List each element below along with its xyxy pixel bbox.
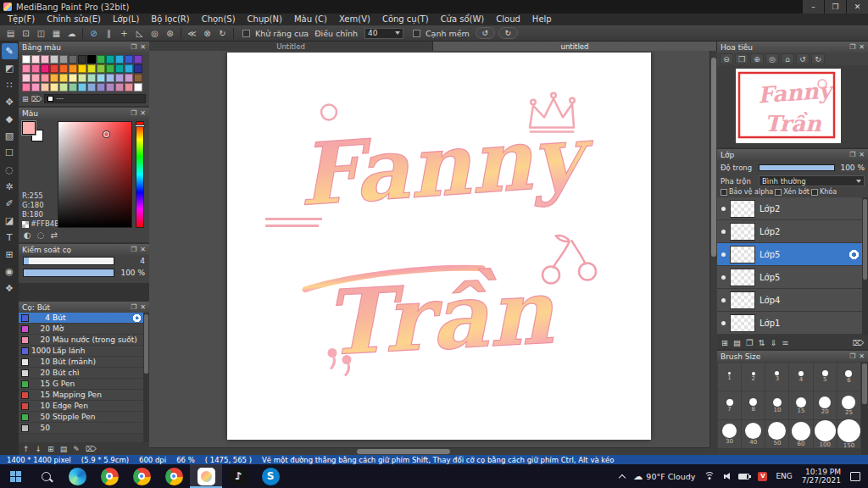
palette-swatch[interactable]: [97, 55, 105, 64]
close-icon[interactable]: ✕: [140, 42, 146, 53]
snap-cross-icon[interactable]: +: [117, 27, 131, 40]
chrome-taskbar-icon[interactable]: [158, 464, 190, 488]
popout-icon[interactable]: ❐: [849, 42, 855, 53]
network-tray-icon[interactable]: [699, 464, 720, 488]
menu-item[interactable]: Help: [526, 14, 558, 25]
divide-tool[interactable]: ⊞: [2, 247, 18, 263]
tiktok-taskbar-icon[interactable]: ♪: [222, 464, 254, 488]
open-file-icon[interactable]: ⊡: [19, 27, 33, 40]
start-button[interactable]: [0, 464, 31, 488]
antialias-checkbox[interactable]: [242, 30, 250, 37]
palette-swatch[interactable]: [125, 83, 133, 92]
brush-size-option[interactable]: 4: [789, 363, 812, 391]
select-pen-tool[interactable]: ✐: [2, 196, 18, 212]
brush-settings-icon[interactable]: [132, 313, 142, 323]
popout-icon[interactable]: ❐: [131, 244, 136, 255]
popout-icon[interactable]: ❐: [131, 302, 136, 313]
fill-tool[interactable]: ◆: [2, 111, 18, 127]
layer-row[interactable]: Lớp2: [717, 197, 868, 220]
palette-swatch[interactable]: [31, 55, 40, 64]
medibang-taskbar-icon[interactable]: [190, 464, 222, 488]
palette-swatch[interactable]: [59, 83, 68, 92]
brush-size-slider[interactable]: [23, 257, 114, 265]
color-picker-marker[interactable]: [103, 131, 109, 137]
move-tool[interactable]: ✥: [2, 94, 18, 110]
brush-size-option[interactable]: 30: [718, 420, 741, 448]
gradient-tool[interactable]: ▧: [2, 128, 18, 144]
delete-layer-icon[interactable]: ⌦: [853, 338, 864, 347]
action-center-button[interactable]: [846, 464, 865, 488]
search-button[interactable]: [31, 464, 61, 488]
move-down-icon[interactable]: ↓: [36, 445, 42, 453]
brush-size-option[interactable]: 10: [765, 391, 788, 419]
snap-concentric-icon[interactable]: ◎: [147, 27, 162, 40]
palette-swatch[interactable]: [115, 64, 124, 73]
shrink-icon[interactable]: ≪: [185, 27, 199, 40]
close-icon[interactable]: ✕: [859, 351, 865, 362]
minimize-button[interactable]: –: [803, 0, 824, 14]
edit-brush-icon[interactable]: ✎: [73, 445, 80, 453]
hue-marker[interactable]: [135, 125, 145, 127]
menu-item[interactable]: Công cụ(T): [376, 14, 435, 25]
layer-visibility-icon[interactable]: [717, 252, 730, 257]
palette-swatch[interactable]: [78, 83, 86, 92]
brush-size-option[interactable]: 15: [789, 391, 812, 419]
layer-visibility-icon[interactable]: [717, 230, 730, 234]
layer-opacity-slider[interactable]: [759, 164, 835, 171]
palette-swatch[interactable]: [97, 74, 105, 82]
add-brush-icon[interactable]: ⊞: [47, 445, 54, 453]
scrollbar-thumb[interactable]: [357, 449, 450, 454]
layer-visibility-icon[interactable]: [717, 298, 730, 302]
palette-swatch[interactable]: [50, 55, 58, 64]
color-swatches[interactable]: [22, 121, 47, 145]
menu-item[interactable]: Chụp(N): [242, 14, 288, 25]
palette-swatch[interactable]: [134, 55, 142, 64]
palette-swatch[interactable]: [50, 64, 58, 73]
volume-tray-icon[interactable]: [720, 464, 734, 488]
magic-wand-tool[interactable]: ✲: [2, 179, 18, 195]
layer-row[interactable]: Lớp2: [717, 220, 868, 243]
popout-icon[interactable]: ❐: [849, 149, 855, 160]
brush-list-item[interactable]: 20 Màu nước (trong suốt): [19, 335, 149, 346]
redo-button[interactable]: ↻: [498, 27, 518, 39]
palette-swatch[interactable]: [41, 55, 49, 64]
zoom-fit-icon[interactable]: ❒: [735, 53, 748, 64]
text-tool[interactable]: T: [2, 230, 18, 246]
layer-menu-icon[interactable]: ≡: [782, 338, 788, 347]
palette-swatch[interactable]: [22, 83, 31, 92]
palette-swatch[interactable]: [31, 83, 40, 92]
protect-alpha-checkbox[interactable]: [721, 189, 727, 196]
clip-checkbox[interactable]: [775, 189, 782, 196]
snap-vanishing-icon[interactable]: ◺: [132, 27, 147, 40]
skype-taskbar-icon[interactable]: S: [254, 464, 287, 488]
brush-size-option[interactable]: 7: [718, 391, 741, 419]
palette-swatch[interactable]: [125, 55, 133, 64]
snap-off-icon[interactable]: ⊘: [86, 27, 101, 40]
palette-swatch[interactable]: [106, 55, 114, 64]
edge-taskbar-icon[interactable]: [61, 464, 93, 488]
brush-size-option[interactable]: 6: [837, 363, 860, 391]
palette-swatch[interactable]: [41, 83, 49, 92]
restore-button[interactable]: ❐: [825, 0, 846, 14]
layer-row[interactable]: Lớp1: [717, 312, 868, 335]
palette-swatch[interactable]: [22, 74, 31, 82]
popout-icon[interactable]: ❐: [131, 42, 136, 53]
rotate-left-icon[interactable]: ↺: [796, 53, 810, 64]
palette-swatch[interactable]: [69, 64, 77, 73]
close-icon[interactable]: ✕: [859, 42, 865, 53]
canvas-vertical-scrollbar[interactable]: [709, 51, 717, 447]
brush-size-option[interactable]: 25: [837, 391, 860, 419]
lock-checkbox[interactable]: [811, 189, 818, 196]
menu-item[interactable]: Tệp(F): [2, 14, 41, 25]
palette-swatch[interactable]: [41, 74, 49, 82]
navigator-thumbnail[interactable]: Fanny Trần: [736, 69, 841, 143]
palette-swatch[interactable]: [106, 83, 114, 92]
hand-tool[interactable]: ❖: [2, 280, 18, 297]
new-layer-icon[interactable]: ⊞: [721, 338, 728, 347]
brush-size-option[interactable]: 1: [718, 363, 741, 391]
palette-swatch[interactable]: [97, 64, 105, 73]
menu-item[interactable]: Lớp(L): [107, 14, 145, 25]
close-button[interactable]: ✕: [847, 0, 868, 14]
canvas-page[interactable]: Fanny Trần: [227, 53, 651, 440]
save-icon[interactable]: ◫: [34, 27, 48, 40]
